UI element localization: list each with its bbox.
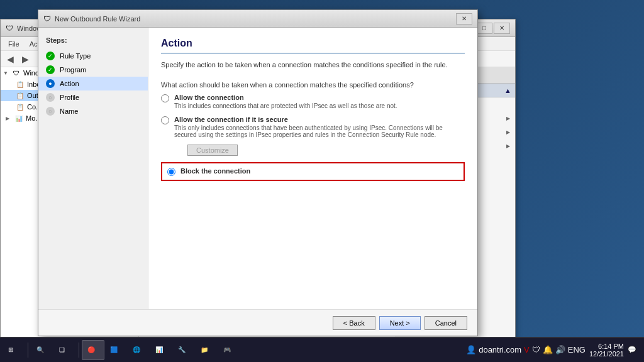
tray-shield-icon: 🛡: [532, 345, 540, 354]
step-rule-type-label: Rule Type: [60, 52, 91, 60]
allow-desc: This includes connections that are prote…: [174, 102, 397, 109]
taskbar-app-5[interactable]: 🔧: [172, 340, 195, 360]
wizard-window-controls: ✕: [456, 13, 472, 25]
tray-user-label: doantri.com: [479, 345, 521, 354]
step-name-bullet: ○: [46, 107, 55, 116]
wizard-content: Steps: ✓ Rule Type ✓ Program ● Action ○ …: [38, 28, 477, 309]
taskbar-task-view[interactable]: ❑: [53, 340, 76, 360]
step-profile-bullet: ○: [46, 93, 55, 102]
taskbar-app-2[interactable]: 🟦: [104, 340, 127, 360]
wizard-main: Action Specify the action to be taken wh…: [148, 28, 477, 309]
tray-lang-label: ENG: [568, 345, 586, 354]
wizard-question: What action should be taken when a conne…: [161, 81, 465, 89]
step-program[interactable]: ✓ Program: [38, 63, 148, 77]
next-button[interactable]: Next >: [379, 316, 421, 330]
tray-clock: 6:14 PM: [589, 343, 624, 350]
tree-inbound-icon: 📋: [16, 80, 25, 89]
allow-secure-desc: This only includes connections that have…: [174, 124, 465, 138]
wizard-section-title: Action: [161, 38, 465, 53]
taskbar-search[interactable]: 🔍: [31, 340, 53, 360]
tree-monitoring-expand: ▶: [6, 116, 12, 121]
allow-label[interactable]: Allow the connection This includes conne…: [174, 94, 397, 109]
app7-icon: 🎮: [223, 346, 231, 353]
step-action-bullet: ●: [46, 79, 55, 88]
tree-outbound-icon: 📋: [16, 91, 25, 100]
tray-time[interactable]: 6:14 PM 12/21/2021: [589, 343, 624, 358]
actions-section-chevron: ▲: [504, 87, 511, 94]
taskbar-firewall[interactable]: 🔴: [82, 340, 104, 360]
option-block: Block the connection: [161, 162, 465, 181]
step-action[interactable]: ● Action: [38, 77, 148, 90]
filter-group-arrow: ▶: [506, 143, 510, 149]
firewall-icon: 🔴: [87, 346, 95, 353]
step-action-label: Action: [60, 80, 79, 87]
taskbar-app-3[interactable]: 🌐: [127, 340, 150, 360]
block-label[interactable]: Block the connection: [180, 167, 250, 175]
tree-shield-icon: 🛡: [12, 69, 21, 77]
start-button[interactable]: ⊞: [3, 340, 25, 360]
tray-date: 12/21/2021: [589, 350, 624, 358]
taskbar-app-4[interactable]: 📊: [150, 340, 172, 360]
mmc-title-icon: 🛡: [6, 24, 13, 33]
steps-title: Steps:: [38, 34, 148, 49]
app6-icon: 📁: [201, 346, 208, 353]
menu-file[interactable]: File: [3, 39, 25, 49]
step-profile[interactable]: ○ Profile: [38, 90, 148, 104]
customize-button[interactable]: Customize: [187, 145, 238, 156]
customize-area: Customize: [175, 145, 465, 156]
step-name[interactable]: ○ Name: [38, 104, 148, 118]
step-profile-label: Profile: [60, 94, 79, 101]
wizard-titlebar: 🛡 New Outbound Rule Wizard ✕: [38, 10, 477, 28]
wizard-dialog: 🛡 New Outbound Rule Wizard ✕ Steps: ✓ Ru…: [38, 9, 478, 336]
step-program-bullet: ✓: [46, 65, 55, 74]
allow-secure-label[interactable]: Allow the connection if it is secure Thi…: [174, 116, 465, 138]
taskbar-app-6[interactable]: 📁: [195, 340, 218, 360]
task-view-icon: ❑: [59, 346, 65, 353]
wizard-subtitle: Specify the action to be taken when a co…: [161, 61, 465, 69]
taskbar-tray: 👤 doantri.com V 🛡 🔔 🔊 ENG 6:14 PM 12/21/…: [466, 343, 641, 358]
allow-title: Allow the connection: [174, 94, 397, 101]
tray-icons: 👤 doantri.com V 🛡 🔔 🔊 ENG: [466, 345, 586, 354]
back-button[interactable]: < Back: [333, 316, 375, 330]
allow-secure-radio[interactable]: [161, 116, 169, 124]
block-radio[interactable]: [167, 168, 175, 176]
allow-radio[interactable]: [161, 94, 169, 102]
app4-icon: 📊: [155, 346, 163, 353]
filter-profile-arrow: ▶: [506, 116, 510, 121]
tree-connection-icon: 📋: [16, 102, 25, 111]
option-allow: Allow the connection This includes conne…: [161, 94, 465, 109]
tray-v-icon: V: [524, 345, 530, 354]
wizard-title-icon: 🛡: [43, 14, 51, 23]
wizard-close-button[interactable]: ✕: [456, 13, 472, 25]
search-icon: 🔍: [36, 346, 44, 353]
wizard-options-area: What action should be taken when a conne…: [161, 81, 465, 184]
app2-icon: 🟦: [110, 346, 118, 353]
step-name-label: Name: [60, 107, 78, 115]
step-program-label: Program: [60, 66, 86, 74]
block-title: Block the connection: [180, 167, 250, 175]
mmc-close-button[interactable]: ✕: [494, 23, 510, 34]
tray-user-icon: 👤: [466, 345, 476, 354]
back-button[interactable]: ◀: [3, 53, 17, 65]
taskbar: ⊞ 🔍 ❑ 🔴 🟦 🌐 📊 🔧 📁 🎮: [0, 337, 644, 362]
filter-state-arrow: ▶: [506, 129, 510, 135]
tree-expand-icon: ▼: [3, 70, 9, 76]
cancel-button[interactable]: Cancel: [425, 316, 467, 330]
step-rule-type[interactable]: ✓ Rule Type: [38, 49, 148, 63]
steps-panel: Steps: ✓ Rule Type ✓ Program ● Action ○ …: [38, 28, 148, 309]
wizard-nav: < Back Next > Cancel: [38, 309, 477, 336]
step-rule-type-bullet: ✓: [46, 52, 55, 60]
taskbar-divider-2: [79, 343, 79, 358]
wizard-title-text: New Outbound Rule Wizard: [55, 15, 452, 23]
forward-button[interactable]: ▶: [18, 53, 32, 65]
tree-monitoring-icon: 📊: [14, 114, 23, 123]
start-icon: ⊞: [8, 346, 13, 353]
option-allow-secure: Allow the connection if it is secure Thi…: [161, 116, 465, 138]
app3-icon: 🌐: [133, 346, 140, 353]
tray-speaker-icon: 🔊: [555, 345, 565, 354]
desktop: 🛡 Windows Defender Firewall with Advance…: [0, 0, 644, 362]
tray-bell-icon: 🔔: [543, 345, 553, 354]
notification-icon[interactable]: 💬: [628, 346, 636, 354]
mmc-maximize-button[interactable]: □: [476, 23, 492, 34]
taskbar-app-7[interactable]: 🎮: [218, 340, 240, 360]
